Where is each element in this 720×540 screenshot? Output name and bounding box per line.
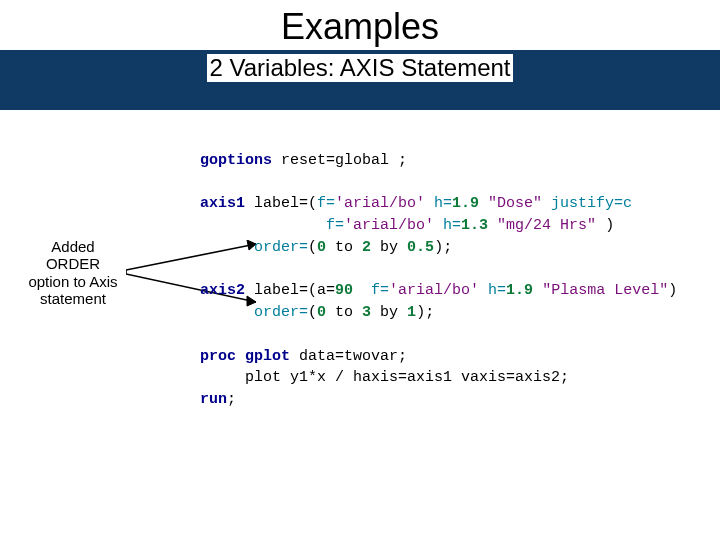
code-text: plot y1*x / haxis=axis1 vaxis=axis2; [245, 369, 569, 386]
code-number: 1.9 [506, 282, 533, 299]
code-number: 0.5 [407, 239, 434, 256]
code-string: "mg/24 Hrs" [488, 217, 596, 234]
code-string: 'arial/bo' [344, 217, 434, 234]
code-number: 0 [317, 239, 326, 256]
code-option: f= [317, 195, 335, 212]
code-option: order= [254, 239, 308, 256]
code-text: data=twovar; [290, 348, 407, 365]
code-number: 1 [407, 304, 416, 321]
code-keyword: run [200, 391, 227, 408]
code-option: order= [254, 304, 308, 321]
code-text: ; [227, 391, 236, 408]
page-title: Examples [0, 6, 720, 48]
code-number: 1.9 [452, 195, 479, 212]
annotation-callout: Added ORDER option to Axis statement [18, 238, 128, 307]
code-text: ); [416, 304, 434, 321]
code-block: goptions reset=global ; axis1 label=(f='… [200, 128, 677, 411]
code-text [200, 304, 254, 321]
code-option: justify=c [542, 195, 632, 212]
code-text [200, 369, 245, 386]
code-text: ) [596, 217, 614, 234]
code-text: ) [668, 282, 677, 299]
code-number: 3 [362, 304, 371, 321]
code-text: to [326, 304, 362, 321]
code-text [353, 282, 371, 299]
code-number: 90 [335, 282, 353, 299]
code-number: 1.3 [461, 217, 488, 234]
code-text: to [326, 239, 362, 256]
code-option: h= [425, 195, 452, 212]
code-option: f= [326, 217, 344, 234]
code-number: 0 [317, 304, 326, 321]
annotation-line: statement [40, 290, 106, 307]
code-text: ( [308, 239, 317, 256]
code-text: by [371, 239, 407, 256]
code-keyword: goptions [200, 152, 272, 169]
code-string: 'arial/bo' [335, 195, 425, 212]
slide-body: Added ORDER option to Axis statement gop… [0, 110, 720, 130]
code-text: by [371, 304, 407, 321]
code-keyword: proc gplot [200, 348, 290, 365]
code-text [200, 217, 326, 234]
code-text [200, 239, 254, 256]
code-option: h= [479, 282, 506, 299]
annotation-line: ORDER [46, 255, 100, 272]
code-keyword: axis1 [200, 195, 245, 212]
code-string: 'arial/bo' [389, 282, 479, 299]
title-area: Examples [0, 0, 720, 48]
annotation-line: Added [51, 238, 94, 255]
subtitle-band: 2 Variables: AXIS Statement [0, 50, 720, 110]
code-option: h= [434, 217, 461, 234]
code-text: label=( [245, 195, 317, 212]
code-text: label=(a= [245, 282, 335, 299]
code-text: ); [434, 239, 452, 256]
code-string: "Dose" [479, 195, 542, 212]
code-text: reset=global ; [272, 152, 407, 169]
code-string: "Plasma Level" [533, 282, 668, 299]
page-subtitle: 2 Variables: AXIS Statement [207, 54, 512, 82]
annotation-line: option to Axis [28, 273, 117, 290]
code-keyword: axis2 [200, 282, 245, 299]
code-number: 2 [362, 239, 371, 256]
code-text: ( [308, 304, 317, 321]
code-option: f= [371, 282, 389, 299]
